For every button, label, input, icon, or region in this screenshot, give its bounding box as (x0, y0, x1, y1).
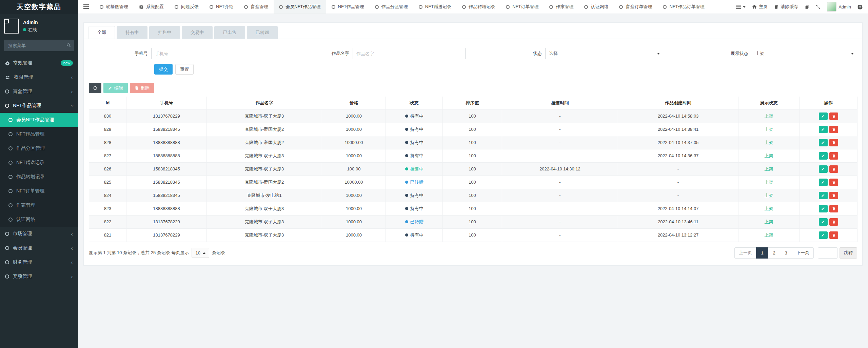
display-status-link[interactable]: 上架 (765, 219, 773, 224)
display-status-link[interactable]: 上架 (765, 206, 773, 211)
row-delete-button[interactable] (829, 165, 838, 173)
jump-page-input[interactable] (818, 247, 837, 259)
top-tab-9[interactable]: 作品转增记录 (457, 0, 500, 14)
row-delete-button[interactable] (829, 205, 838, 212)
row-delete-button[interactable] (829, 231, 838, 239)
row-edit-button[interactable] (819, 218, 828, 226)
column-header-0[interactable]: Id (89, 97, 126, 109)
row-edit-button[interactable] (819, 126, 828, 133)
name-input[interactable] (353, 48, 466, 59)
column-header-2[interactable]: 作品名字 (207, 97, 322, 109)
row-delete-button[interactable] (829, 139, 838, 146)
sidebar-toggle-icon[interactable] (78, 0, 94, 14)
pagination-page-1[interactable]: 1 (756, 247, 768, 259)
table-row[interactable]: 822 13137678229 克隆城市-双子大厦3 1000.00 已转赠 1… (89, 215, 857, 228)
top-tab-8[interactable]: NFT赠送记录 (413, 0, 457, 14)
display-status-link[interactable]: 上架 (765, 166, 773, 171)
column-header-9[interactable]: 操作 (800, 97, 857, 109)
jump-button[interactable]: 跳转 (840, 247, 857, 259)
sidebar-subitem-3[interactable]: NFT赠送记录 (0, 156, 78, 170)
table-row[interactable]: 826 15838218345 克隆城市-双子大厦3 100.00 挂售中 10… (89, 162, 857, 176)
submit-button[interactable]: 提交 (154, 64, 173, 75)
table-row[interactable]: 830 13137678229 克隆城市-双子大厦3 1000.00 持有中 1… (89, 109, 857, 123)
top-tab-3[interactable]: NFT介绍 (204, 0, 239, 14)
sidebar-subitem-0[interactable]: 会员NFT作品管理 (0, 113, 78, 127)
top-tab-0[interactable]: 轮播图管理 (94, 0, 134, 14)
column-header-1[interactable]: 手机号 (126, 97, 207, 109)
user-menu[interactable]: Admin (827, 2, 851, 12)
display-status-link[interactable]: 上架 (765, 180, 773, 185)
tab-list-dropdown[interactable] (736, 5, 746, 9)
phone-input[interactable] (151, 48, 264, 59)
sidebar-item-5[interactable]: 会员管理‹ (0, 241, 78, 255)
home-button[interactable]: 主页 (752, 4, 768, 10)
table-row[interactable]: 829 15838218345 克隆城市-帝国大厦2 1000.00 持有中 1… (89, 123, 857, 136)
display-status-link[interactable]: 上架 (765, 127, 773, 132)
table-row[interactable]: 828 18888888888 克隆城市-帝国大厦2 10000.00 持有中 … (89, 136, 857, 149)
top-tab-12[interactable]: 认证网络 (579, 0, 614, 14)
top-tab-5[interactable]: 会员NFT作品管理 (274, 0, 326, 14)
row-delete-button[interactable] (829, 218, 838, 226)
delete-button[interactable]: 删除 (130, 83, 154, 93)
display-status-select[interactable]: 上架 (752, 48, 857, 59)
status-tab-1[interactable]: 持有中 (117, 26, 147, 39)
settings-gear-icon[interactable] (857, 4, 863, 9)
row-edit-button[interactable] (819, 139, 828, 146)
display-status-link[interactable]: 上架 (765, 153, 773, 158)
search-icon[interactable] (66, 43, 71, 47)
row-delete-button[interactable] (829, 126, 838, 133)
column-header-5[interactable]: 排序值 (443, 97, 502, 109)
row-edit-button[interactable] (819, 152, 828, 160)
sidebar-item-2[interactable]: 盲盒管理‹ (0, 84, 78, 99)
status-tab-4[interactable]: 已出售 (214, 26, 245, 39)
top-tab-6[interactable]: NFT作品管理 (326, 0, 370, 14)
row-delete-button[interactable] (829, 152, 838, 160)
sidebar-item-3[interactable]: NFT作品管理‹ (0, 99, 78, 113)
row-edit-button[interactable] (819, 231, 828, 239)
sidebar-subitem-2[interactable]: 作品分区管理 (0, 141, 78, 156)
pagination-next[interactable]: 下一页 (792, 247, 814, 259)
top-tab-2[interactable]: 问题反馈 (169, 0, 204, 14)
row-delete-button[interactable] (829, 192, 838, 199)
column-header-3[interactable]: 价格 (322, 97, 386, 109)
menu-search-input[interactable] (4, 40, 74, 51)
status-tab-3[interactable]: 交易中 (182, 26, 213, 39)
table-row[interactable]: 827 18888888888 克隆城市-双子大厦3 1000.00 持有中 1… (89, 149, 857, 162)
column-header-8[interactable]: 展示状态 (738, 97, 800, 109)
row-edit-button[interactable] (819, 165, 828, 173)
row-edit-button[interactable] (819, 112, 828, 120)
sidebar-item-4[interactable]: 市场管理‹ (0, 227, 78, 241)
copy-page-icon[interactable] (805, 4, 809, 9)
column-header-7[interactable]: 作品创建时间 (618, 97, 738, 109)
row-edit-button[interactable] (819, 179, 828, 186)
table-row[interactable]: 825 15838218345 克隆城市-帝国大厦2 10000.00 已转赠 … (89, 176, 857, 189)
row-delete-button[interactable] (829, 112, 838, 120)
row-edit-button[interactable] (819, 192, 828, 199)
sidebar-subitem-4[interactable]: 作品转增记录 (0, 170, 78, 184)
sidebar-subitem-6[interactable]: 作家管理 (0, 198, 78, 212)
display-status-link[interactable]: 上架 (765, 193, 773, 198)
status-tab-2[interactable]: 挂售中 (149, 26, 180, 39)
display-status-link[interactable]: 上架 (765, 114, 773, 119)
sidebar-item-6[interactable]: 财务管理‹ (0, 255, 78, 269)
row-edit-button[interactable] (819, 205, 828, 212)
top-tab-1[interactable]: 系统配置 (134, 0, 169, 14)
display-status-link[interactable]: 上架 (765, 232, 773, 238)
top-tab-10[interactable]: NFT订单管理 (500, 0, 544, 14)
sidebar-item-1[interactable]: 权限管理‹ (0, 70, 78, 84)
sidebar-subitem-5[interactable]: NFT订单管理 (0, 184, 78, 198)
edit-button[interactable]: 编辑 (103, 83, 128, 93)
top-tab-13[interactable]: 盲盒订单管理 (614, 0, 657, 14)
table-row[interactable]: 824 15838218345 克隆城市-发电站1 1000.00 持有中 10… (89, 189, 857, 202)
table-row[interactable]: 823 18888888888 克隆城市-双子大厦3 1000.00 持有中 1… (89, 202, 857, 215)
sidebar-item-0[interactable]: 常规管理new (0, 56, 78, 70)
sidebar-item-7[interactable]: 奖项管理‹ (0, 269, 78, 284)
status-tab-0[interactable]: 全部 (88, 26, 115, 39)
row-delete-button[interactable] (829, 179, 838, 186)
top-tab-14[interactable]: NFT作品订单管理 (657, 0, 710, 14)
display-status-link[interactable]: 上架 (765, 140, 773, 145)
per-page-dropdown[interactable]: 10 (192, 248, 209, 258)
fullscreen-icon[interactable] (816, 4, 821, 9)
top-tab-4[interactable]: 盲盒管理 (239, 0, 274, 14)
status-tab-5[interactable]: 已转赠 (247, 26, 278, 39)
